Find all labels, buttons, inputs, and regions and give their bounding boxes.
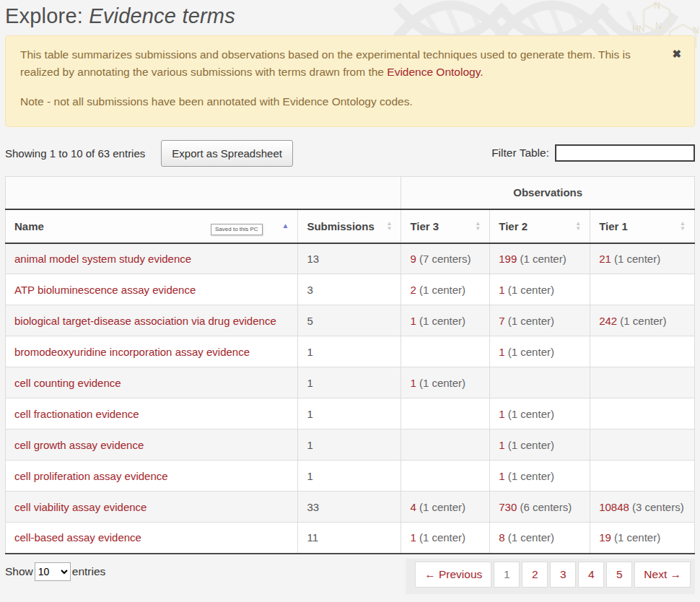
tier1-cell bbox=[590, 461, 695, 492]
evidence-term-link[interactable]: biological target-disease association vi… bbox=[14, 315, 276, 327]
tier1-count: 242 bbox=[599, 315, 617, 327]
page-size-select[interactable]: 10 bbox=[35, 562, 71, 581]
tier1-centers: (3 centers) bbox=[629, 501, 684, 513]
tier2-cell: 730 (6 centers) bbox=[490, 492, 590, 523]
tier1-count: 21 bbox=[599, 253, 611, 265]
tier2-cell: 1 (1 center) bbox=[490, 336, 590, 367]
pagination-page-4[interactable]: 4 bbox=[578, 562, 604, 588]
evidence-term-link[interactable]: cell fractionation evidence bbox=[14, 408, 139, 420]
submissions-count: 1 bbox=[298, 367, 401, 398]
tier2-cell bbox=[490, 367, 590, 398]
evidence-term-link[interactable]: bromodeoxyuridine incorporation assay ev… bbox=[14, 346, 250, 358]
tier3-cell: 4 (1 center) bbox=[401, 492, 490, 523]
tier2-centers: (1 center) bbox=[505, 470, 554, 482]
column-header-tier3[interactable]: Tier 3 ▲▼ bbox=[401, 209, 490, 243]
table-row: animal model system study evidence139 (7… bbox=[6, 243, 695, 274]
tier1-cell: 21 (1 center) bbox=[590, 243, 695, 274]
tier1-cell bbox=[590, 274, 695, 305]
tier2-count: 1 bbox=[499, 470, 504, 482]
tier3-cell bbox=[401, 461, 490, 492]
evidence-term-link[interactable]: cell-based assay evidence bbox=[14, 531, 141, 544]
tier3-count: 1 bbox=[410, 531, 416, 544]
tier2-centers: (1 center) bbox=[505, 284, 554, 296]
page-title-prefix: Explore: bbox=[5, 4, 89, 27]
tier3-cell: 1 (1 center) bbox=[401, 367, 490, 398]
filter-table-input[interactable] bbox=[555, 144, 695, 162]
showing-entries-text: Showing 1 to 10 of 63 entries bbox=[5, 147, 145, 160]
alert-text-before-link: This table summarizes submissions and ob… bbox=[20, 48, 631, 78]
group-header-row: Observations bbox=[6, 177, 695, 209]
column-header-submissions[interactable]: Submissions ▲▼ bbox=[298, 209, 401, 243]
tier1-centers: (1 center) bbox=[617, 315, 666, 327]
tier1-cell: 19 (1 center) bbox=[590, 523, 695, 554]
tier1-cell bbox=[590, 429, 695, 461]
evidence-term-link[interactable]: cell growth assay evidence bbox=[14, 439, 144, 451]
tier2-centers: (1 center) bbox=[505, 439, 554, 451]
close-icon[interactable]: ✖ bbox=[672, 46, 681, 61]
pagination-page-3[interactable]: 3 bbox=[550, 562, 576, 588]
table-row: cell-based assay evidence111 (1 center)8… bbox=[6, 523, 695, 554]
tier2-count: 1 bbox=[499, 439, 504, 451]
table-footer: Show 10 entries ← Previous12345Next → bbox=[5, 559, 695, 594]
pagination-next-button[interactable]: Next → bbox=[634, 562, 691, 588]
pagination-page-1[interactable]: 1 bbox=[494, 562, 520, 588]
tier3-centers: (1 center) bbox=[416, 284, 465, 296]
tier3-count: 1 bbox=[410, 377, 416, 389]
tier2-centers: (6 centers) bbox=[517, 501, 572, 513]
pagination-page-2[interactable]: 2 bbox=[522, 562, 548, 588]
pagination-page-5[interactable]: 5 bbox=[606, 562, 632, 588]
evidence-term-link[interactable]: cell viability assay evidence bbox=[14, 501, 146, 513]
table-row: ATP bioluminescence assay evidence32 (1 … bbox=[6, 274, 695, 305]
column-header-tier2[interactable]: Tier 2 ▲▼ bbox=[490, 209, 590, 243]
tier3-centers: (1 center) bbox=[416, 501, 465, 513]
sort-both-icon: ▲▼ bbox=[575, 221, 581, 231]
evidence-ontology-link[interactable]: Evidence Ontology bbox=[387, 66, 480, 78]
column-header-tier3-label: Tier 3 bbox=[410, 220, 439, 232]
sort-both-icon: ▲▼ bbox=[475, 221, 481, 231]
column-header-tier1[interactable]: Tier 1 ▲▼ bbox=[590, 209, 695, 243]
show-entries-control: Show 10 entries bbox=[5, 559, 105, 581]
column-header-name-label: Name bbox=[14, 220, 44, 232]
sort-ascending-icon: ▲ bbox=[282, 222, 289, 230]
table-row: cell proliferation assay evidence11 (1 c… bbox=[6, 461, 695, 492]
tier2-cell: 1 (1 center) bbox=[490, 429, 590, 461]
tier2-centers: (1 center) bbox=[505, 346, 554, 358]
tier2-cell: 1 (1 center) bbox=[490, 274, 590, 305]
submissions-count: 1 bbox=[298, 429, 401, 461]
tier2-count: 7 bbox=[499, 315, 504, 327]
show-label: Show bbox=[5, 565, 33, 578]
submissions-count: 1 bbox=[298, 398, 401, 429]
tier1-cell bbox=[590, 367, 695, 398]
tier3-cell: 9 (7 centers) bbox=[401, 243, 490, 274]
evidence-ontology-link-period: . bbox=[480, 66, 483, 78]
table-row: cell fractionation evidence11 (1 center) bbox=[6, 398, 695, 429]
tier2-cell: 1 (1 center) bbox=[490, 461, 590, 492]
pagination-previous-button[interactable]: ← Previous bbox=[415, 562, 491, 588]
tier2-cell: 8 (1 center) bbox=[490, 523, 590, 554]
tier3-centers: (1 center) bbox=[416, 315, 465, 327]
export-spreadsheet-button[interactable]: Export as Spreadsheet bbox=[161, 140, 293, 167]
tier3-centers: (7 centers) bbox=[416, 253, 471, 265]
column-header-row: Name ▲ Submissions ▲▼ Tier 3 ▲▼ Tier 2 ▲… bbox=[6, 209, 695, 243]
table-row: cell growth assay evidence11 (1 center) bbox=[6, 429, 695, 461]
tier3-count: 4 bbox=[410, 501, 416, 513]
page-title-term: Evidence terms bbox=[89, 4, 235, 27]
evidence-term-link[interactable]: cell counting evidence bbox=[14, 377, 121, 389]
entries-label: entries bbox=[72, 565, 106, 578]
tier2-centers: (1 center) bbox=[505, 531, 554, 544]
submissions-count: 1 bbox=[298, 336, 401, 367]
tier3-cell bbox=[401, 429, 490, 461]
evidence-term-link[interactable]: cell proliferation assay evidence bbox=[14, 470, 168, 482]
tier2-count: 8 bbox=[499, 531, 504, 544]
tier2-cell: 7 (1 center) bbox=[490, 305, 590, 336]
table-row: bromodeoxyuridine incorporation assay ev… bbox=[6, 336, 695, 367]
tier1-centers: (1 center) bbox=[611, 253, 660, 265]
evidence-term-link[interactable]: ATP bioluminescence assay evidence bbox=[14, 284, 196, 296]
tier2-cell: 1 (1 center) bbox=[490, 398, 590, 429]
sort-both-icon: ▲▼ bbox=[680, 221, 686, 231]
submissions-count: 11 bbox=[298, 523, 401, 554]
tier3-count: 1 bbox=[410, 315, 416, 327]
saved-to-pc-tooltip: Saved to this PC bbox=[211, 224, 263, 235]
submissions-count: 1 bbox=[298, 461, 401, 492]
evidence-term-link[interactable]: animal model system study evidence bbox=[14, 253, 191, 265]
